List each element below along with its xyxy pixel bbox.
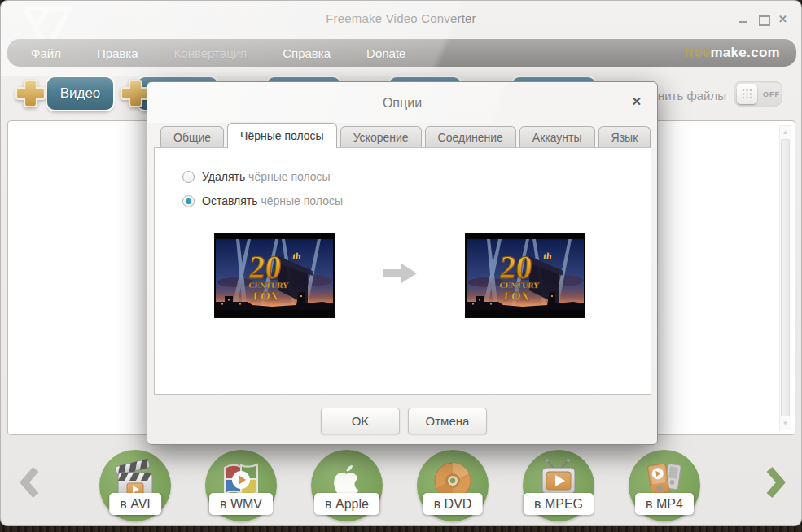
window-controls: ✕ [738,14,788,24]
toggle-state-label: OFF [763,90,780,98]
radio-label: Оставлять чёрные полосы [202,194,343,207]
svg-text:CENTURY: CENTURY [248,281,290,290]
carousel-left-icon[interactable] [19,466,42,499]
radio-circle[interactable] [182,171,195,183]
options-dialog: Опции ✕ Общие Чёрные полосы Ускорение Со… [147,81,658,445]
svg-text:th: th [542,251,552,262]
tab-connection[interactable]: Соединение [425,126,516,147]
radio-label-strong: Удалять [202,170,245,183]
convert-to-mpeg[interactable]: в MPEG [523,450,594,525]
menu-donate[interactable]: Donate [366,46,405,60]
window-title: Freemake Video Converter [1,11,801,25]
scroll-down-icon[interactable]: ▼ [780,420,791,427]
radio-circle-selected[interactable] [182,195,195,207]
dialog-tabs: Общие Чёрные полосы Ускорение Соединение… [160,123,654,147]
convert-to-apple[interactable]: в Apple [311,450,383,525]
format-label: в MPEG [524,493,594,515]
scrollbar[interactable]: ▲ ▼ [779,125,791,430]
radio-remove-black-bars[interactable]: Удалять чёрные полосы [182,170,331,183]
svg-text:th: th [291,251,301,262]
ok-button[interactable]: OK [321,408,400,434]
tab-black-bars[interactable]: Чёрные полосы [227,123,337,148]
convert-to-dvd[interactable]: в DVD [417,450,489,525]
svg-text:CENTURY: CENTURY [499,281,541,290]
menu-edit[interactable]: Правка [97,46,138,60]
close-icon[interactable]: ✕ [778,14,788,24]
desktop: Freemake Video Converter ✕ Файл Правка К… [0,0,802,532]
carousel-right-icon[interactable] [764,466,787,499]
minimize-icon[interactable] [738,14,749,24]
format-label: в Apple [314,493,379,515]
grid-dots-icon [742,89,752,99]
radio-keep-black-bars[interactable]: Оставлять чёрные полосы [182,194,343,207]
radio-label: Удалять чёрные полосы [202,170,331,183]
title-bar: Freemake Video Converter ✕ [1,1,801,38]
toggle-knob [737,84,757,104]
radio-label-rest: чёрные полосы [261,194,343,207]
format-carousel: в AVI в WMV [1,435,802,526]
tab-panel: Удалять чёрные полосы Оставлять чёрные п… [154,147,651,395]
dialog-close-icon[interactable]: ✕ [631,95,642,107]
join-files-toggle[interactable]: OFF [734,81,782,107]
add-video-button[interactable]: Видео [47,77,113,110]
radio-label-strong: Оставлять [202,194,258,207]
maximize-icon[interactable] [758,14,769,24]
scrollbar-thumb[interactable] [781,139,790,416]
transform-arrow-icon [383,262,417,285]
format-label: в WMV [209,493,273,515]
tab-acceleration[interactable]: Ускорение [340,126,422,147]
letterbox-before-image: 20 th CENTURY FOX [215,233,334,317]
radio-label-rest: чёрные полосы [248,170,331,183]
letterbox-after-image: 20 th CENTURY FOX [466,233,585,317]
convert-to-wmv[interactable]: в WMV [205,450,277,525]
tab-language[interactable]: Язык [598,126,651,147]
tab-general[interactable]: Общие [160,126,224,147]
logo-free-part: free [684,45,710,60]
svg-text:FOX: FOX [503,290,530,303]
tab-accounts[interactable]: Аккаунты [519,126,595,147]
menu-bar: Файл Правка Конвертация Справка Donate f… [7,39,796,67]
convert-to-mp4[interactable]: в MP4 [629,450,700,525]
dialog-title: Опции [147,96,657,111]
format-label: в DVD [423,493,483,515]
convert-to-avi[interactable]: в AVI [99,450,171,525]
svg-text:FOX: FOX [252,290,279,303]
menu-convert: Конвертация [174,46,248,60]
add-video-plus-icon[interactable] [15,78,46,109]
menu-help[interactable]: Справка [283,46,331,60]
logo-make-part: make.com [710,45,780,60]
format-label: в MP4 [635,493,694,515]
scroll-up-icon[interactable]: ▲ [780,129,791,136]
freemake-logo[interactable]: freemake.com [684,45,780,61]
cancel-button[interactable]: Отмена [408,408,487,434]
format-label: в AVI [109,493,161,515]
menu-file[interactable]: Файл [31,46,61,60]
